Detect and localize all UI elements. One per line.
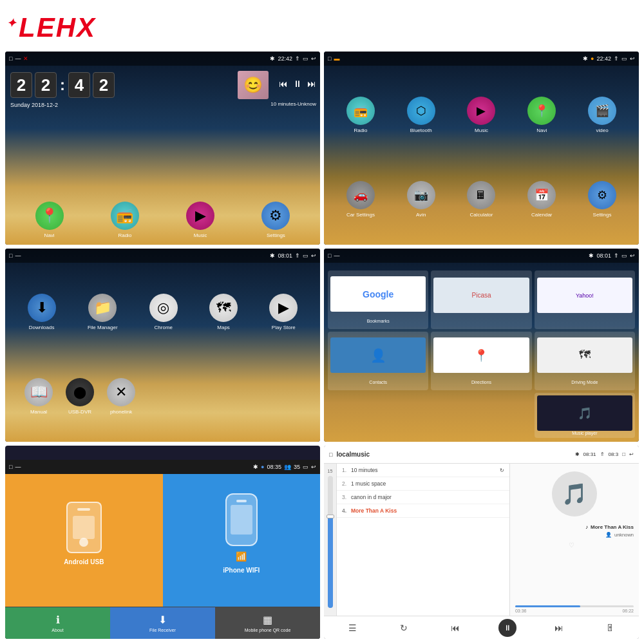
app-video-2[interactable]: 🎬 video [588,97,616,133]
mp-progress-track[interactable] [515,605,634,607]
app-settings-2[interactable]: ⚙ Settings [588,181,616,218]
bookmark-thumb: Google [330,276,426,312]
app-playstore[interactable]: ▶ Play Store [269,294,298,330]
drivingmode-thumb: 🗺 [537,337,632,373]
music2-icon: ▶ [467,97,495,125]
contact-thumb: 👤 [330,337,426,373]
people-icon-5: 👥 [284,464,291,470]
recent-contacts[interactable]: 👤 Contacts [328,332,428,390]
recent-yahoo[interactable]: Yahoo! [535,270,635,329]
status-right-5: ✱ ● 08:35 👥 35 ▭ ↩ [253,464,316,470]
status-right-3: ✱ 08:01 ⇑ ▭ ↩ [270,252,316,259]
track-2[interactable]: 2. 1 music space [337,477,509,491]
app-calculator-2[interactable]: 🖩 Calculator [467,181,495,218]
avin2-label: Avin [416,212,426,218]
screen-appgrid: □ ▬ ✱ ● 22:42 ⇑ ▭ ↩ 📻 Radio ⬡ Bluetoot [324,52,639,245]
vol-slider[interactable] [328,476,333,608]
next-button[interactable]: ⏭ [307,79,316,89]
app-phonelink[interactable]: ✕ phonelink [107,378,135,415]
app-avin-2[interactable]: 📷 Avin [407,181,435,218]
prev-button[interactable]: ⏮ [279,79,288,89]
app-usbdvr[interactable]: ⬤ USB-DVR [66,378,94,415]
mp-play-btn[interactable]: ⏸ [498,619,516,637]
minimize-icon-4: ― [334,252,339,259]
mp-footer: ☰ ↻ ⏮ ⏸ ⏭ 🎚 [324,616,639,639]
app-music-2[interactable]: ▶ Music [467,97,495,133]
iphone-wifi-panel[interactable]: 📶 iPhone WIFI [163,460,321,607]
time5b: 35 [294,464,300,470]
app-bluetooth-2[interactable]: ⬡ Bluetooth [407,97,435,133]
app-maps[interactable]: 🗺 Maps [209,294,238,330]
track2-title: 1 music space [351,480,386,487]
pause-button[interactable]: ⏸ [293,79,302,89]
android-usb-panel[interactable]: Android USB [5,460,163,607]
mp-prev-btn[interactable]: ⏮ [446,619,464,637]
home-icon-1: □ [9,55,12,62]
settings2-icon: ⚙ [588,181,616,209]
status-right-2: ✱ ● 22:42 ⇑ ▭ ↩ [583,55,635,62]
app-row-3b: 📖 Manual ⬤ USB-DVR ✕ phonelink [12,378,314,415]
app-calendar-2[interactable]: 📅 Calendar [527,181,556,218]
about-label: About [52,628,63,632]
app-settings[interactable]: ⚙ Settings [261,202,290,238]
app-manual[interactable]: 📖 Manual [24,378,53,415]
file-receiver-button[interactable]: ⬇ File Receiver [110,607,215,639]
expand-icon-2: ⇑ [614,55,619,62]
bookmark-label: Bookmarks [367,319,390,323]
screen-downloads: □ ― ✱ 08:01 ⇑ ▭ ↩ ⬇ Downloads 📁 File Man… [5,249,320,442]
app-row-3a: ⬇ Downloads 📁 File Manager ◎ Chrome 🗺 Ma… [12,294,314,330]
track1-num: 1. [342,467,351,473]
track2-num: 2. [342,480,351,487]
screen-phoneconnect: □ ― ✱ ● 08:35 👥 35 ▭ ↩ A [5,446,320,639]
app-carsettings-2[interactable]: 🚗 Car Settings [346,181,375,218]
app-row-2: 🚗 Car Settings 📷 Avin 🖩 Calculator 📅 Cal… [330,181,632,218]
app-music[interactable]: ▶ Music [186,202,214,238]
recent-picasa[interactable]: Picasa [431,270,531,329]
mp-back: ↩ [629,451,634,457]
mp-volume-bar: 15 [324,464,337,616]
mp-window: □ [622,451,625,457]
mp-next-btn[interactable]: ⏭ [550,619,568,637]
music-controls[interactable]: ⏮ ⏸ ⏭ [279,79,316,89]
navi-icon-circle: 📍 [35,202,64,230]
app-filemanager[interactable]: 📁 File Manager [88,294,118,330]
music-thumbnail: 😊 [238,71,269,99]
track-1[interactable]: 1. 10 minutes ↻ [337,464,509,477]
music-label-home: Music [194,232,207,238]
track-4[interactable]: 4. More Than A Kiss [337,504,509,518]
recent-musicplayer[interactable]: 🎵 Music player [535,393,635,438]
downloads-icon: ⬇ [28,294,56,322]
mp-repeat-btn[interactable]: ↻ [395,619,413,637]
app-radio[interactable]: 📻 Radio [111,202,139,238]
mp-time-current: 03:36 [515,609,527,613]
app-radio-2[interactable]: 📻 Radio [346,97,375,133]
recent-drivingmode[interactable]: 🗺 Driving Mode [535,332,635,390]
recent-directions[interactable]: 📍 Directions [431,332,531,390]
chrome-label: Chrome [155,325,173,330]
screen5-statusbar: □ ― ✱ ● 08:35 👥 35 ▭ ↩ [5,460,320,474]
avin2-icon: 📷 [407,181,435,209]
mp-list-btn[interactable]: ☰ [343,619,361,637]
app-navi-2[interactable]: 📍 Navi [527,97,556,133]
about-button[interactable]: ℹ About [5,607,110,639]
track3-num: 3. [342,494,351,500]
playstore-label: Play Store [272,325,296,330]
mp-song-artist: unknown [614,532,634,538]
recent-bookmarks[interactable]: Google Bookmarks [328,270,428,329]
mp-heart[interactable]: ♡ [569,542,580,549]
minimize-icon-5: ― [15,464,21,470]
chrome-icon: ◎ [149,294,178,322]
screen1-statusbar: □ ― ✕ ✱ 22:42 ⇑ ▭ ↩ [5,52,320,66]
screens-grid: □ ― ✕ ✱ 22:42 ⇑ ▭ ↩ 2 2 : 4 2 Sunday 201… [5,52,639,639]
status-left-5: □ ― [9,464,21,470]
wifi-icon: 📶 [236,551,247,562]
qr-code-button[interactable]: ▦ Mobile phone QR code [215,607,320,639]
app-chrome[interactable]: ◎ Chrome [149,294,178,330]
app-downloads[interactable]: ⬇ Downloads [28,294,56,330]
track3-title: canon in d major [351,494,392,500]
mp-equalizer-btn[interactable]: 🎚 [601,619,620,637]
app-navi[interactable]: 📍 Navi [35,202,64,238]
dot-5: ● [261,464,264,470]
vol-thumb[interactable] [327,515,334,518]
track-3[interactable]: 3. canon in d major [337,491,509,504]
